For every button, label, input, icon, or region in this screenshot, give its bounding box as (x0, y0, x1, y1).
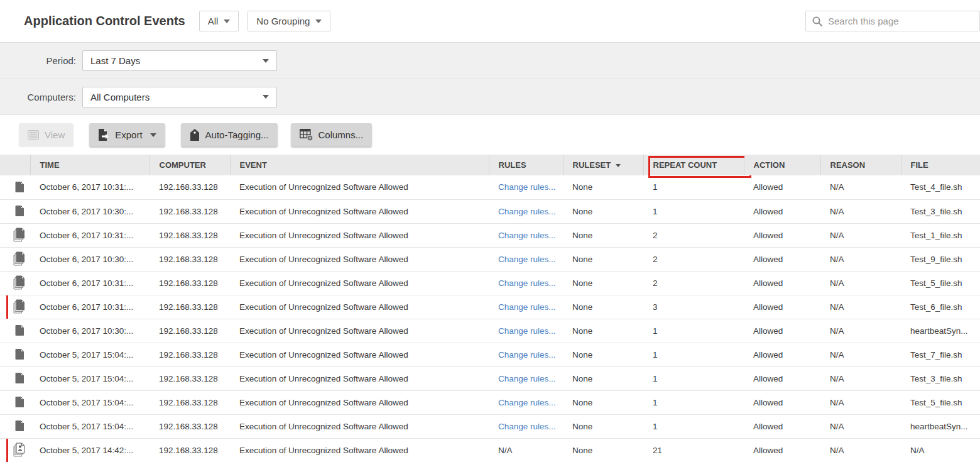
change-rules-link[interactable]: Change rules... (498, 255, 556, 264)
table-row[interactable]: October 5, 2017 15:04:...192.168.33.128E… (0, 343, 980, 366)
icon-wrap (11, 273, 29, 292)
cell-repeat-count: 3 (643, 295, 744, 319)
column-header-time[interactable]: TIME (30, 155, 150, 175)
event-scope-dropdown[interactable]: All (199, 11, 239, 31)
table-row[interactable]: October 6, 2017 10:31:...192.168.33.128E… (0, 175, 980, 199)
cell-repeat-count: 21 (643, 438, 744, 462)
cell-time: October 6, 2017 10:30:... (30, 199, 150, 223)
cell-reason: N/A (820, 199, 901, 223)
change-rules-link[interactable]: Change rules... (498, 326, 556, 336)
view-button: View (19, 123, 74, 146)
single-event-icon (14, 324, 26, 337)
cell-event: Execution of Unrecognized Software Allow… (230, 343, 489, 366)
cell-time: October 6, 2017 10:30:... (30, 247, 150, 271)
table-row[interactable]: October 6, 2017 10:30:...192.168.33.128E… (0, 319, 980, 343)
icon-wrap (11, 321, 29, 340)
columns-button[interactable]: Columns... (291, 123, 373, 146)
row-icon-cell (0, 366, 30, 390)
table-row[interactable]: October 6, 2017 10:30:...192.168.33.128E… (0, 199, 980, 223)
cell-computer: 192.168.33.128 (150, 390, 230, 414)
column-header-action[interactable]: ACTION (744, 155, 820, 175)
cell-file: heartbeatSyn... (901, 414, 980, 438)
columns-button-label: Columns... (318, 129, 364, 140)
period-label: Period: (0, 55, 76, 66)
cell-reason: N/A (820, 295, 901, 319)
cell-rules: Change rules... (489, 247, 563, 271)
grouping-dropdown-label: No Grouping (256, 16, 310, 26)
cell-ruleset: None (563, 438, 643, 462)
cell-time: October 5, 2017 15:04:... (30, 414, 150, 438)
column-header-ruleset[interactable]: RULESET (563, 155, 643, 175)
export-button[interactable]: Export (89, 123, 165, 146)
cell-action: Allowed (744, 271, 820, 295)
cell-event: Execution of Unrecognized Software Allow… (230, 438, 489, 462)
cell-rules: Change rules... (489, 366, 563, 390)
search-icon (812, 16, 822, 26)
table-row[interactable]: October 5, 2017 15:04:...192.168.33.128E… (0, 390, 980, 414)
table-row[interactable]: October 5, 2017 14:42:...192.168.33.128E… (0, 438, 980, 462)
table-row[interactable]: October 6, 2017 10:31:...192.168.33.128E… (0, 295, 980, 319)
view-button-label: View (45, 129, 65, 140)
cell-rules: Change rules... (489, 343, 563, 366)
row-icon-cell (0, 199, 30, 223)
column-header-rules[interactable]: RULES (489, 155, 563, 175)
cell-event: Execution of Unrecognized Software Allow… (230, 199, 489, 223)
period-select[interactable]: Last 7 Days (82, 50, 277, 71)
change-rules-link[interactable]: Change rules... (498, 350, 556, 360)
cell-file: Test_6_file.sh (901, 295, 980, 319)
computers-select[interactable]: All Computers (82, 87, 277, 107)
cell-action: Allowed (744, 366, 820, 390)
cell-computer: 192.168.33.128 (150, 438, 230, 462)
change-rules-link[interactable]: Change rules... (498, 231, 556, 240)
single-event-icon (14, 205, 26, 217)
table-row[interactable]: October 5, 2017 15:04:...192.168.33.128E… (0, 366, 980, 390)
column-header-repeat-count[interactable]: REPEAT COUNT (643, 155, 744, 175)
cell-ruleset: None (563, 223, 643, 247)
icon-wrap (11, 226, 29, 245)
search-input[interactable] (828, 16, 973, 26)
aggregated-events-icon (13, 251, 28, 267)
change-rules-link[interactable]: Change rules... (498, 398, 556, 407)
cell-rules: Change rules... (489, 390, 563, 414)
cell-action: Allowed (744, 343, 820, 366)
cell-file: Test_3_file.sh (901, 199, 980, 223)
cell-ruleset: None (563, 247, 643, 271)
cell-file: Test_9_file.sh (901, 247, 980, 271)
cell-action: Allowed (744, 319, 820, 343)
column-header-file[interactable]: FILE (901, 155, 980, 175)
change-rules-link[interactable]: Change rules... (498, 278, 556, 288)
aggregated-events-icon (13, 228, 28, 243)
row-icon-cell (0, 438, 30, 462)
grouping-dropdown[interactable]: No Grouping (248, 11, 330, 31)
row-icon-cell (0, 175, 30, 199)
column-header-reason[interactable]: REASON (820, 155, 901, 175)
row-icon-cell (0, 319, 30, 343)
cell-file: Test_7_file.sh (901, 343, 980, 366)
cell-ruleset: None (563, 271, 643, 295)
cell-time: October 6, 2017 10:31:... (30, 271, 150, 295)
cell-file: Test_5_file.sh (901, 271, 980, 295)
chevron-down-icon (150, 133, 156, 137)
aggregated-events-person-icon (13, 443, 28, 458)
cell-time: October 5, 2017 14:42:... (30, 438, 150, 462)
table-row[interactable]: October 6, 2017 10:30:...192.168.33.128E… (0, 247, 980, 271)
cell-action: Allowed (744, 247, 820, 271)
table-row[interactable]: October 6, 2017 10:31:...192.168.33.128E… (0, 223, 980, 247)
table-row[interactable]: October 6, 2017 10:31:...192.168.33.128E… (0, 271, 980, 295)
cell-time: October 6, 2017 10:30:... (30, 319, 150, 343)
cell-rules: Change rules... (489, 199, 563, 223)
change-rules-link[interactable]: Change rules... (498, 374, 556, 383)
page-search-box[interactable] (805, 11, 980, 31)
change-rules-link[interactable]: Change rules... (498, 207, 556, 216)
table-header: TIME COMPUTER EVENT RULES RULESET REPEAT… (0, 155, 980, 175)
change-rules-link[interactable]: Change rules... (498, 422, 556, 431)
cell-time: October 5, 2017 15:04:... (30, 343, 150, 366)
cell-reason: N/A (820, 390, 901, 414)
auto-tagging-button[interactable]: Auto-Tagging... (181, 123, 278, 146)
change-rules-link[interactable]: Change rules... (498, 302, 556, 312)
single-event-icon (14, 372, 26, 385)
column-header-computer[interactable]: COMPUTER (150, 155, 230, 175)
column-header-event[interactable]: EVENT (230, 155, 489, 175)
table-row[interactable]: October 5, 2017 15:04:...192.168.33.128E… (0, 414, 980, 438)
change-rules-link[interactable]: Change rules... (498, 182, 556, 192)
